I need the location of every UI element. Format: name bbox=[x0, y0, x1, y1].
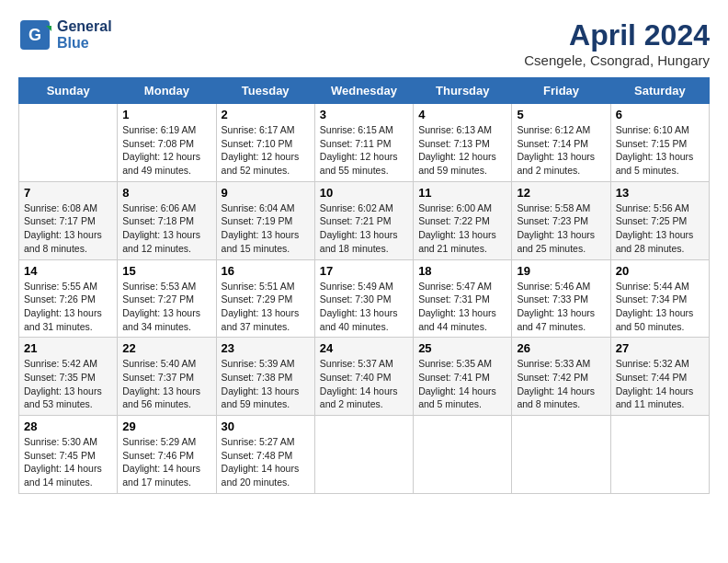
day-number: 27 bbox=[616, 341, 704, 355]
location-title: Csengele, Csongrad, Hungary bbox=[524, 52, 710, 68]
calendar-cell: 23Sunrise: 5:39 AM Sunset: 7:38 PM Dayli… bbox=[216, 338, 314, 416]
day-info: Sunrise: 6:04 AM Sunset: 7:19 PM Dayligh… bbox=[222, 201, 310, 256]
day-info: Sunrise: 5:49 AM Sunset: 7:30 PM Dayligh… bbox=[320, 280, 408, 334]
day-number: 23 bbox=[222, 341, 310, 355]
day-number: 12 bbox=[517, 186, 605, 200]
day-info: Sunrise: 5:39 AM Sunset: 7:38 PM Dayligh… bbox=[222, 357, 310, 411]
logo-icon: G bbox=[18, 18, 51, 52]
day-number: 25 bbox=[418, 341, 506, 355]
day-info: Sunrise: 6:02 AM Sunset: 7:21 PM Dayligh… bbox=[320, 201, 408, 256]
day-info: Sunrise: 5:35 AM Sunset: 7:41 PM Dayligh… bbox=[418, 357, 506, 411]
calendar-cell: 25Sunrise: 5:35 AM Sunset: 7:41 PM Dayli… bbox=[414, 338, 512, 416]
calendar-cell: 20Sunrise: 5:44 AM Sunset: 7:34 PM Dayli… bbox=[610, 259, 709, 338]
calendar-cell: 2Sunrise: 6:17 AM Sunset: 7:10 PM Daylig… bbox=[216, 104, 314, 182]
day-number: 22 bbox=[122, 341, 210, 355]
month-title: April 2024 bbox=[524, 18, 710, 52]
day-info: Sunrise: 5:30 AM Sunset: 7:45 PM Dayligh… bbox=[24, 435, 112, 489]
day-info: Sunrise: 6:00 AM Sunset: 7:22 PM Dayligh… bbox=[418, 201, 506, 256]
day-number: 6 bbox=[616, 108, 704, 121]
calendar-cell: 4Sunrise: 6:13 AM Sunset: 7:13 PM Daylig… bbox=[414, 104, 512, 182]
day-info: Sunrise: 5:56 AM Sunset: 7:25 PM Dayligh… bbox=[616, 201, 704, 256]
calendar-cell: 8Sunrise: 6:06 AM Sunset: 7:18 PM Daylig… bbox=[118, 181, 216, 259]
calendar-cell: 16Sunrise: 5:51 AM Sunset: 7:29 PM Dayli… bbox=[216, 259, 314, 338]
day-info: Sunrise: 6:08 AM Sunset: 7:17 PM Dayligh… bbox=[24, 201, 112, 256]
calendar-table: SundayMondayTuesdayWednesdayThursdayFrid… bbox=[18, 77, 710, 494]
header: G General Blue April 2024 Csengele, Cson… bbox=[18, 18, 710, 68]
calendar-cell bbox=[610, 416, 709, 494]
calendar-cell: 15Sunrise: 5:53 AM Sunset: 7:27 PM Dayli… bbox=[118, 259, 216, 338]
day-number: 16 bbox=[222, 264, 310, 278]
calendar-cell: 12Sunrise: 5:58 AM Sunset: 7:23 PM Dayli… bbox=[512, 181, 610, 259]
day-info: Sunrise: 6:13 AM Sunset: 7:13 PM Dayligh… bbox=[418, 123, 506, 178]
logo-text: G General Blue bbox=[18, 18, 112, 52]
calendar-cell: 3Sunrise: 6:15 AM Sunset: 7:11 PM Daylig… bbox=[314, 104, 413, 182]
calendar-cell: 10Sunrise: 6:02 AM Sunset: 7:21 PM Dayli… bbox=[314, 181, 413, 259]
weekday-header-cell: Wednesday bbox=[314, 78, 413, 104]
calendar-cell bbox=[19, 104, 118, 182]
title-block: April 2024 Csengele, Csongrad, Hungary bbox=[524, 18, 710, 68]
calendar-cell: 21Sunrise: 5:42 AM Sunset: 7:35 PM Dayli… bbox=[19, 338, 118, 416]
svg-text:G: G bbox=[28, 26, 41, 44]
calendar-cell: 6Sunrise: 6:10 AM Sunset: 7:15 PM Daylig… bbox=[610, 104, 709, 182]
day-number: 7 bbox=[24, 186, 112, 200]
calendar-cell: 28Sunrise: 5:30 AM Sunset: 7:45 PM Dayli… bbox=[19, 416, 118, 494]
weekday-header-cell: Monday bbox=[118, 78, 216, 104]
day-number: 15 bbox=[122, 264, 210, 278]
calendar-body: 1Sunrise: 6:19 AM Sunset: 7:08 PM Daylig… bbox=[19, 104, 710, 494]
calendar-cell bbox=[314, 416, 413, 494]
calendar-cell: 22Sunrise: 5:40 AM Sunset: 7:37 PM Dayli… bbox=[118, 338, 216, 416]
day-info: Sunrise: 6:19 AM Sunset: 7:08 PM Dayligh… bbox=[122, 123, 210, 178]
day-number: 19 bbox=[517, 264, 605, 278]
day-number: 30 bbox=[222, 419, 310, 433]
day-info: Sunrise: 5:58 AM Sunset: 7:23 PM Dayligh… bbox=[517, 201, 605, 256]
day-info: Sunrise: 5:51 AM Sunset: 7:29 PM Dayligh… bbox=[222, 280, 310, 334]
calendar-cell: 1Sunrise: 6:19 AM Sunset: 7:08 PM Daylig… bbox=[118, 104, 216, 182]
calendar-header: SundayMondayTuesdayWednesdayThursdayFrid… bbox=[19, 78, 710, 104]
day-number: 2 bbox=[222, 108, 310, 121]
day-number: 24 bbox=[320, 341, 408, 355]
day-info: Sunrise: 5:32 AM Sunset: 7:44 PM Dayligh… bbox=[616, 357, 704, 411]
day-number: 8 bbox=[122, 186, 210, 200]
calendar-cell: 18Sunrise: 5:47 AM Sunset: 7:31 PM Dayli… bbox=[414, 259, 512, 338]
day-info: Sunrise: 5:42 AM Sunset: 7:35 PM Dayligh… bbox=[24, 357, 112, 411]
calendar-cell: 27Sunrise: 5:32 AM Sunset: 7:44 PM Dayli… bbox=[610, 338, 709, 416]
day-info: Sunrise: 6:06 AM Sunset: 7:18 PM Dayligh… bbox=[122, 201, 210, 256]
logo: G General Blue bbox=[18, 18, 112, 52]
day-number: 13 bbox=[616, 186, 704, 200]
day-number: 18 bbox=[418, 264, 506, 278]
day-number: 10 bbox=[320, 186, 408, 200]
calendar-cell: 19Sunrise: 5:46 AM Sunset: 7:33 PM Dayli… bbox=[512, 259, 610, 338]
day-number: 1 bbox=[122, 108, 210, 121]
calendar-cell: 17Sunrise: 5:49 AM Sunset: 7:30 PM Dayli… bbox=[314, 259, 413, 338]
day-info: Sunrise: 5:40 AM Sunset: 7:37 PM Dayligh… bbox=[122, 357, 210, 411]
calendar-cell: 9Sunrise: 6:04 AM Sunset: 7:19 PM Daylig… bbox=[216, 181, 314, 259]
day-info: Sunrise: 5:27 AM Sunset: 7:48 PM Dayligh… bbox=[222, 435, 310, 489]
day-info: Sunrise: 5:29 AM Sunset: 7:46 PM Dayligh… bbox=[122, 435, 210, 489]
day-info: Sunrise: 5:46 AM Sunset: 7:33 PM Dayligh… bbox=[517, 280, 605, 334]
day-number: 20 bbox=[616, 264, 704, 278]
calendar-cell: 7Sunrise: 6:08 AM Sunset: 7:17 PM Daylig… bbox=[19, 181, 118, 259]
day-number: 11 bbox=[418, 186, 506, 200]
day-number: 9 bbox=[222, 186, 310, 200]
weekday-header-cell: Thursday bbox=[414, 78, 512, 104]
calendar-cell: 29Sunrise: 5:29 AM Sunset: 7:46 PM Dayli… bbox=[118, 416, 216, 494]
weekday-header-cell: Saturday bbox=[610, 78, 709, 104]
calendar-week-row: 7Sunrise: 6:08 AM Sunset: 7:17 PM Daylig… bbox=[19, 181, 710, 259]
calendar-week-row: 28Sunrise: 5:30 AM Sunset: 7:45 PM Dayli… bbox=[19, 416, 710, 494]
day-info: Sunrise: 5:53 AM Sunset: 7:27 PM Dayligh… bbox=[122, 280, 210, 334]
day-info: Sunrise: 6:10 AM Sunset: 7:15 PM Dayligh… bbox=[616, 123, 704, 178]
day-number: 14 bbox=[24, 264, 112, 278]
day-info: Sunrise: 5:47 AM Sunset: 7:31 PM Dayligh… bbox=[418, 280, 506, 334]
calendar-cell: 5Sunrise: 6:12 AM Sunset: 7:14 PM Daylig… bbox=[512, 104, 610, 182]
calendar-week-row: 21Sunrise: 5:42 AM Sunset: 7:35 PM Dayli… bbox=[19, 338, 710, 416]
weekday-header-cell: Sunday bbox=[19, 78, 118, 104]
calendar-cell bbox=[512, 416, 610, 494]
calendar-cell: 26Sunrise: 5:33 AM Sunset: 7:42 PM Dayli… bbox=[512, 338, 610, 416]
day-number: 29 bbox=[122, 419, 210, 433]
weekday-header-cell: Tuesday bbox=[216, 78, 314, 104]
calendar-cell: 13Sunrise: 5:56 AM Sunset: 7:25 PM Dayli… bbox=[610, 181, 709, 259]
day-info: Sunrise: 6:15 AM Sunset: 7:11 PM Dayligh… bbox=[320, 123, 408, 178]
day-info: Sunrise: 5:55 AM Sunset: 7:26 PM Dayligh… bbox=[24, 280, 112, 334]
day-number: 26 bbox=[517, 341, 605, 355]
calendar-week-row: 1Sunrise: 6:19 AM Sunset: 7:08 PM Daylig… bbox=[19, 104, 710, 182]
